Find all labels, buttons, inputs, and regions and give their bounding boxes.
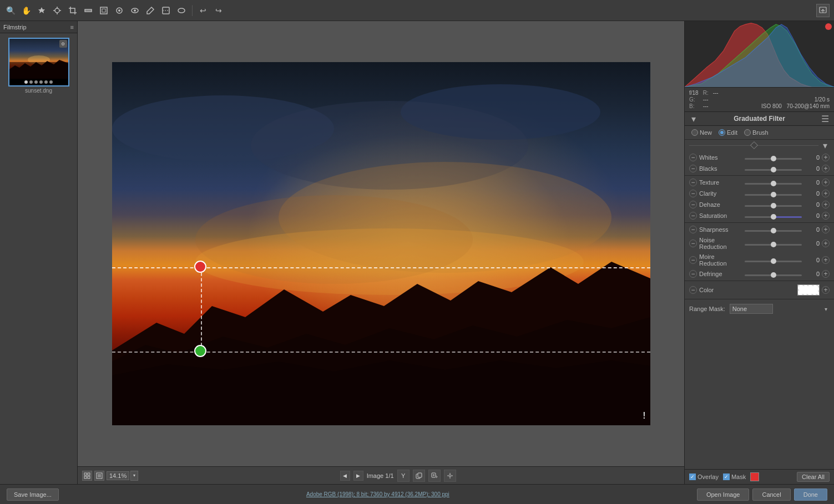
filmstrip-menu-icon[interactable]: ≡	[70, 24, 74, 30]
blacks-increase-btn[interactable]: +	[822, 165, 830, 172]
paste-settings-btn[interactable]	[428, 470, 441, 482]
range-mask-select[interactable]: None Color Luminance	[730, 304, 773, 314]
defringe-track[interactable]	[745, 274, 802, 276]
dehaze-increase-btn[interactable]: +	[822, 201, 830, 208]
copy-settings-btn[interactable]	[413, 470, 425, 482]
color-increase-btn[interactable]: +	[822, 286, 830, 294]
red-eye-tool[interactable]	[129, 4, 141, 17]
mode-edit-radio[interactable]	[719, 129, 725, 136]
color-decrease-btn[interactable]: −	[689, 286, 697, 294]
moire-reduction-increase-btn[interactable]: +	[822, 256, 830, 264]
graduated-filter-start-dot[interactable]	[194, 261, 206, 273]
color-swatch[interactable]	[797, 284, 820, 296]
moire-reduction-decrease-btn[interactable]: −	[689, 256, 697, 264]
settings-btn[interactable]	[444, 470, 456, 482]
clarity-thumb[interactable]	[771, 192, 776, 197]
hand-tool[interactable]: ✋	[20, 4, 32, 17]
section-expand-btn[interactable]: ▾	[821, 141, 830, 150]
noise-reduction-track[interactable]	[745, 244, 802, 246]
export-button[interactable]	[816, 4, 830, 17]
heal-tool[interactable]	[113, 4, 125, 17]
crop-tool[interactable]	[67, 4, 79, 17]
whites-increase-btn[interactable]: +	[822, 154, 830, 161]
defringe-increase-btn[interactable]: +	[822, 270, 830, 278]
clarity-track[interactable]	[745, 194, 802, 196]
fit-screen-btn[interactable]	[82, 471, 92, 481]
sync-settings-btn[interactable]: Y	[397, 470, 410, 482]
zoom-tool[interactable]: 🔍	[4, 4, 17, 17]
moire-reduction-thumb[interactable]	[771, 258, 776, 264]
noise-reduction-thumb[interactable]	[771, 242, 776, 247]
blacks-decrease-btn[interactable]: −	[689, 165, 697, 172]
mode-edit-label[interactable]: Edit	[719, 129, 737, 136]
clear-all-btn[interactable]: Clear All	[797, 472, 830, 482]
dehaze-track[interactable]	[745, 205, 802, 207]
zoom-dropdown-btn[interactable]: ▾	[130, 471, 138, 481]
mode-brush-radio[interactable]	[744, 129, 751, 136]
texture-track[interactable]	[745, 183, 802, 185]
panel-expand-btn[interactable]: ▾	[689, 114, 698, 123]
sharpness-decrease-btn[interactable]: −	[689, 226, 697, 233]
noise-reduction-increase-btn[interactable]: +	[822, 240, 830, 247]
mask-checkbox-label[interactable]: Mask	[723, 474, 746, 480]
next-image-btn[interactable]: ▶	[353, 471, 363, 481]
moire-reduction-track[interactable]	[745, 261, 802, 262]
whites-track[interactable]	[745, 158, 802, 160]
graduated-filter-tool[interactable]	[160, 4, 172, 17]
overlay-checkbox-label[interactable]: Overlay	[689, 474, 719, 480]
dehaze-thumb[interactable]	[771, 203, 776, 208]
sharpness-increase-btn[interactable]: +	[822, 226, 830, 233]
white-balance-tool[interactable]	[36, 4, 48, 17]
mode-brush-label[interactable]: Brush	[744, 129, 769, 136]
range-mask-label: Range Mask:	[689, 306, 725, 312]
redo-btn[interactable]: ↪	[213, 4, 225, 17]
saturation-thumb[interactable]	[771, 214, 776, 220]
blacks-thumb[interactable]	[771, 167, 776, 172]
open-image-btn[interactable]: Open Image	[697, 488, 750, 501]
thumbnail-item[interactable]: ⚙	[8, 38, 69, 86]
top-separator-diamond[interactable]	[750, 141, 757, 149]
thumbnail-settings-icon[interactable]: ⚙	[59, 40, 67, 48]
blacks-track[interactable]	[745, 169, 802, 171]
texture-increase-btn[interactable]: +	[822, 179, 830, 186]
texture-thumb[interactable]	[771, 181, 776, 186]
image-canvas[interactable]: !	[112, 62, 650, 425]
svg-point-10	[118, 9, 120, 12]
clarity-increase-btn[interactable]: +	[822, 190, 830, 197]
panel-options-btn[interactable]: ☰	[821, 114, 830, 123]
save-image-btn[interactable]: Save Image...	[7, 488, 59, 501]
sharpness-thumb[interactable]	[771, 228, 776, 233]
mask-color-swatch[interactable]	[750, 472, 759, 481]
saturation-decrease-btn[interactable]: −	[689, 212, 697, 220]
whites-decrease-btn[interactable]: −	[689, 154, 697, 161]
overlay-checkbox[interactable]	[689, 474, 696, 480]
svg-rect-36	[418, 473, 422, 477]
fill-screen-btn[interactable]	[94, 471, 104, 481]
undo-btn[interactable]: ↩	[197, 4, 209, 17]
mask-checkbox[interactable]	[723, 474, 730, 480]
cancel-btn[interactable]: Cancel	[752, 488, 790, 501]
clarity-decrease-btn[interactable]: −	[689, 190, 697, 197]
brush-tool[interactable]	[144, 4, 156, 17]
mode-new-radio[interactable]	[691, 129, 698, 136]
canvas-area: ! 14.1% ▾ ◀ ▶ Image 1/1 Y	[78, 21, 684, 484]
done-btn[interactable]: Done	[794, 488, 827, 501]
saturation-track[interactable]	[745, 216, 802, 218]
graduated-filter-end-dot[interactable]	[194, 345, 206, 357]
color-sampler-tool[interactable]	[51, 4, 63, 17]
defringe-decrease-btn[interactable]: −	[689, 270, 697, 278]
defringe-thumb[interactable]	[771, 272, 776, 278]
dehaze-decrease-btn[interactable]: −	[689, 201, 697, 208]
prev-image-btn[interactable]: ◀	[340, 471, 350, 481]
whites-thumb[interactable]	[771, 156, 776, 161]
noise-reduction-decrease-btn[interactable]: −	[689, 240, 697, 247]
file-info-link[interactable]: Adobe RGB (1998); 8 bit; 7360 by 4912 (3…	[306, 491, 449, 497]
mode-new-label[interactable]: New	[691, 129, 712, 136]
radial-filter-tool[interactable]	[175, 4, 188, 17]
sharpness-track[interactable]	[745, 230, 802, 232]
straighten-tool[interactable]	[82, 4, 94, 17]
texture-decrease-btn[interactable]: −	[689, 179, 697, 186]
saturation-increase-btn[interactable]: +	[822, 212, 830, 220]
sharpness-value: 0	[804, 226, 820, 233]
transform-tool[interactable]	[98, 4, 110, 17]
